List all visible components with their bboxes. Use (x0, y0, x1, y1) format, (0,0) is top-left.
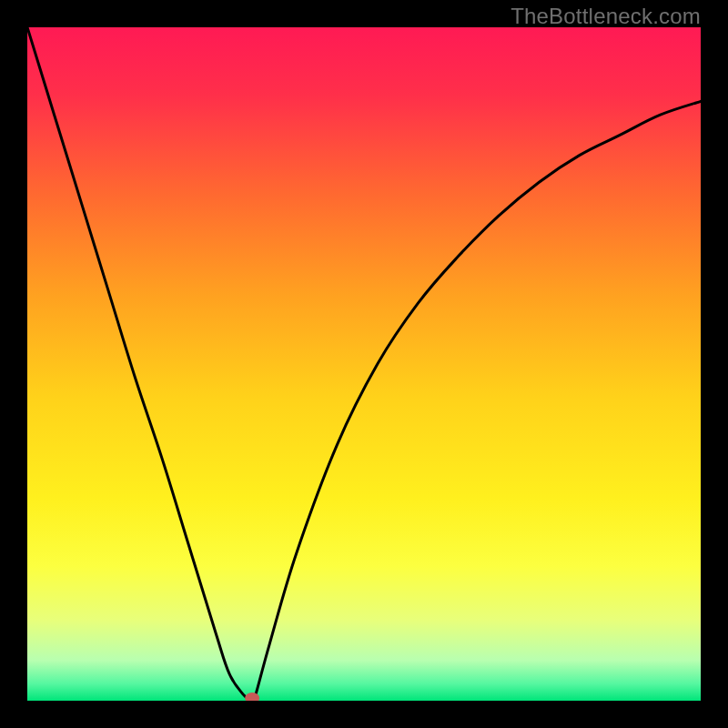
chart-area (27, 27, 701, 701)
bottleneck-plot (27, 27, 701, 701)
gradient-background (27, 27, 701, 701)
watermark-text: TheBottleneck.com (511, 4, 701, 29)
